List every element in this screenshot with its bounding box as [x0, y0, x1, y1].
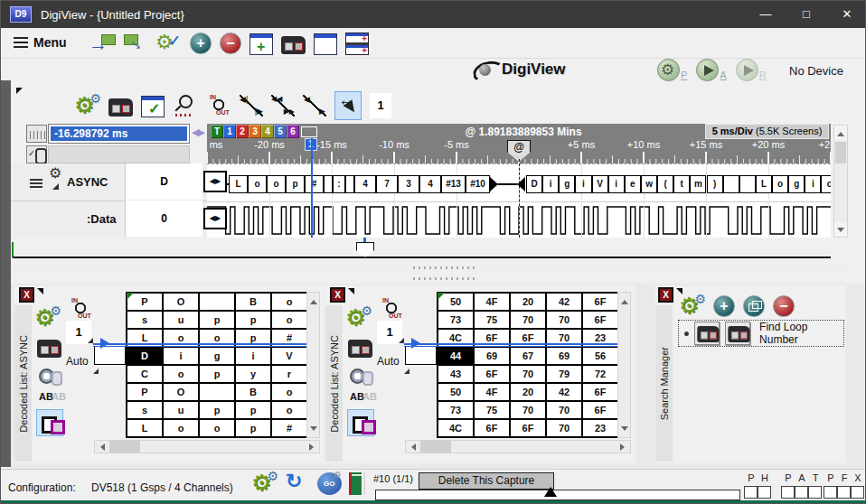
mouse-mode-button[interactable]: [26, 145, 47, 163]
table-cell[interactable]: B: [235, 293, 271, 311]
corner-expand-icon[interactable]: [93, 369, 99, 374]
trigger-cell[interactable]: [837, 486, 851, 499]
channel-value-async[interactable]: D: [126, 163, 202, 200]
decode-cell[interactable]: :: [333, 175, 345, 193]
table-hscrollbar[interactable]: [94, 440, 320, 453]
table-cell[interactable]: 70: [510, 311, 546, 329]
page-skip-icon[interactable]: [271, 95, 295, 117]
table-cell[interactable]: o: [271, 311, 307, 329]
minimize-button[interactable]: —: [746, 1, 786, 28]
table-cell[interactable]: D: [127, 347, 163, 365]
table-vscrollbar[interactable]: [617, 292, 631, 438]
scroll-up-icon[interactable]: [310, 296, 317, 304]
auto-mode-label[interactable]: Auto: [377, 355, 400, 368]
keyboard-entry-button[interactable]: [26, 125, 47, 143]
table-cell[interactable]: p: [235, 311, 271, 329]
decode-cell[interactable]: w: [641, 175, 657, 193]
scroll-down-icon[interactable]: [621, 426, 628, 434]
table-row[interactable]: 4C6F6F7023: [438, 419, 618, 437]
remove-icon[interactable]: [773, 295, 795, 317]
zoom-signal-icon[interactable]: [173, 94, 198, 117]
scroll-down-icon[interactable]: [310, 426, 317, 434]
table-cell[interactable]: 75: [474, 311, 510, 329]
table-cell[interactable]: o: [199, 419, 235, 437]
table-cell[interactable]: 50: [438, 383, 474, 401]
decode-cell[interactable]: #: [305, 175, 324, 193]
table-cell[interactable]: 6F: [582, 383, 618, 401]
decode-cell[interactable]: p: [286, 175, 305, 193]
table-cell[interactable]: p: [235, 419, 271, 437]
add-icon[interactable]: [190, 33, 212, 54]
decode-cell[interactable]: 4: [419, 175, 441, 193]
decode-cell[interactable]: L: [229, 175, 248, 193]
table-cell[interactable]: B: [235, 383, 271, 401]
decode-cell[interactable]: c: [821, 175, 831, 193]
table-cell[interactable]: 70: [546, 419, 582, 437]
table-cell[interactable]: 70: [546, 401, 582, 419]
table-cell[interactable]: 73: [438, 311, 474, 329]
table-cell[interactable]: p: [199, 365, 235, 383]
decode-cell[interactable]: ): [707, 175, 723, 193]
table-cell[interactable]: 6F: [510, 419, 546, 437]
scroll-down-icon[interactable]: [834, 222, 847, 237]
table-row[interactable]: POBo: [127, 293, 307, 311]
list-view-icon[interactable]: [36, 409, 63, 436]
capture-position-marker[interactable]: [544, 487, 557, 497]
configure-icon[interactable]: [156, 32, 182, 55]
table-row[interactable]: suppo: [127, 311, 307, 329]
split-icon[interactable]: [345, 33, 369, 55]
decode-cell[interactable]: m: [690, 175, 706, 193]
decode-cell[interactable]: D: [526, 175, 542, 193]
gears-icon[interactable]: [680, 294, 705, 318]
decode-cell[interactable]: g: [559, 175, 575, 193]
gears-icon[interactable]: [75, 94, 100, 117]
decode-cell[interactable]: o: [248, 175, 267, 193]
run-r-button[interactable]: R: [736, 59, 767, 81]
run-a-button[interactable]: A: [696, 59, 726, 81]
table-cell[interactable]: O: [163, 293, 199, 311]
table-cell[interactable]: #: [271, 419, 307, 437]
marker-button-4[interactable]: 4: [261, 125, 274, 138]
table-cell[interactable]: L: [127, 419, 163, 437]
clocks-icon[interactable]: [348, 366, 373, 389]
scroll-thumb[interactable]: [835, 142, 846, 163]
import-icon[interactable]: [89, 32, 115, 55]
table-cell[interactable]: 56: [582, 347, 618, 365]
table-cell[interactable]: 75: [474, 401, 510, 419]
close-panel-button[interactable]: X: [658, 287, 673, 303]
wave-vertical-scrollbar[interactable]: [833, 125, 848, 238]
marker-empty-slot[interactable]: [301, 126, 317, 137]
table-cell[interactable]: 42: [546, 383, 582, 401]
table-cell[interactable]: 69: [474, 347, 510, 365]
decode-cell[interactable]: [739, 175, 756, 193]
trigger-cell[interactable]: [808, 486, 822, 499]
close-panel-button[interactable]: X: [330, 287, 345, 303]
measure-icon[interactable]: [336, 94, 360, 116]
channel-expand-icon[interactable]: [52, 183, 59, 190]
trigger-cell[interactable]: [824, 486, 837, 499]
trigger-cell[interactable]: [758, 486, 771, 499]
table-row[interactable]: 504F20426F: [438, 293, 618, 311]
trigger-cell[interactable]: [851, 486, 864, 499]
table-row[interactable]: DigiV: [127, 347, 307, 365]
scroll-up-icon[interactable]: [621, 296, 628, 304]
table-cell[interactable]: 6F: [474, 419, 510, 437]
table-cell[interactable]: p: [199, 311, 235, 329]
table-cell[interactable]: [199, 383, 235, 401]
table-cell[interactable]: u: [163, 401, 199, 419]
table-cell[interactable]: 79: [546, 365, 582, 383]
channel-value-data[interactable]: 0: [126, 201, 202, 237]
sync-icon[interactable]: [285, 471, 310, 495]
table-cell[interactable]: g: [199, 347, 235, 365]
zoom-inout-icon[interactable]: [68, 297, 93, 321]
trigger-cell[interactable]: [781, 486, 795, 499]
table-cell[interactable]: 6F: [474, 365, 510, 383]
list-view-icon[interactable]: [347, 409, 374, 436]
table-cell[interactable]: 4F: [474, 293, 510, 311]
table-cell[interactable]: V: [271, 347, 307, 365]
table-hscrollbar[interactable]: [405, 440, 631, 453]
scroll-right-icon[interactable]: [309, 443, 317, 451]
close-panel-button[interactable]: X: [19, 287, 34, 303]
delete-capture-button[interactable]: Delete This Capture: [419, 472, 554, 490]
channel-scroll-buttons-data[interactable]: ◀▶: [203, 208, 227, 229]
